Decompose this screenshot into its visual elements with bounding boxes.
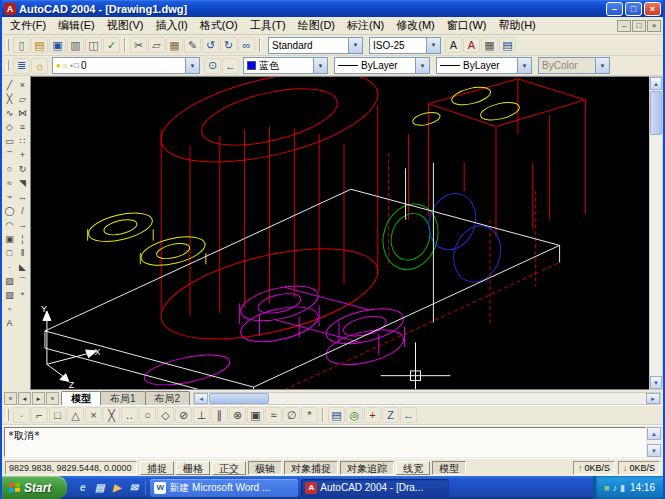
layer-previous-icon[interactable]: ← — [222, 58, 239, 74]
taskbar-task-1[interactable]: W新建 Microsoft Word ... — [150, 479, 298, 497]
scale-icon[interactable]: ◥ — [16, 176, 29, 190]
table-style-icon[interactable]: ▦ — [481, 37, 498, 53]
polygon-icon[interactable]: ◇ — [3, 120, 16, 134]
region-icon[interactable]: ▫ — [3, 302, 16, 316]
scroll-right-button[interactable]: ► — [646, 393, 660, 404]
color-combo[interactable]: 蓝色 ▼ — [243, 57, 328, 74]
zoom-icon[interactable]: Z — [382, 407, 399, 423]
scroll-up-button[interactable]: ▲ — [650, 77, 662, 90]
start-button[interactable]: Start — [2, 476, 67, 499]
open-icon[interactable]: ▤ — [31, 37, 48, 53]
circle-icon[interactable]: ○ — [3, 162, 16, 176]
scroll-left-button[interactable]: ◄ — [194, 393, 208, 404]
status-toggle-极轴[interactable]: 极轴 — [248, 461, 282, 475]
dim-style-combo[interactable]: ISO-25 ▼ — [369, 37, 441, 54]
ellipse-arc-icon[interactable]: ◠ — [3, 218, 16, 232]
snap-tangent-icon[interactable]: ⊘ — [175, 407, 192, 423]
chamfer-icon[interactable]: ◣ — [16, 260, 29, 274]
rotate-icon[interactable]: ↻ — [16, 162, 29, 176]
snap-extension-icon[interactable]: ‥ — [121, 407, 138, 423]
menu-item-7[interactable]: 绘图(D) — [292, 17, 341, 34]
tab-prev-button[interactable]: ◂ — [18, 392, 31, 405]
menu-item-5[interactable]: 格式(O) — [194, 17, 244, 34]
3d-orbit-icon[interactable]: ◎ — [346, 407, 363, 423]
make-object-layer-current-icon[interactable]: ⊙ — [204, 58, 221, 74]
array-icon[interactable]: ∷ — [16, 134, 29, 148]
cut-icon[interactable]: ✂ — [130, 37, 147, 53]
maximize-button[interactable]: □ — [625, 2, 642, 16]
internet-explorer-icon[interactable]: e — [75, 480, 90, 495]
spline-icon[interactable]: ~ — [3, 190, 16, 204]
layer-states-icon[interactable]: ☼ — [31, 58, 48, 74]
snap-nearest-icon[interactable]: ≈ — [265, 407, 282, 423]
snap-quadrant-icon[interactable]: ◇ — [157, 407, 174, 423]
snap-node-icon[interactable]: ⊗ — [229, 407, 246, 423]
point-icon[interactable]: · — [3, 260, 16, 274]
named-views-icon[interactable]: ▤ — [328, 407, 345, 423]
tab-模型[interactable]: 模型 — [61, 391, 101, 405]
properties-icon[interactable]: ▤ — [499, 37, 516, 53]
erase-icon[interactable]: × — [16, 78, 29, 92]
status-toggle-正交[interactable]: 正交 — [212, 461, 246, 475]
break-at-point-icon[interactable]: ¦ — [16, 232, 29, 246]
offset-icon[interactable]: ≡ — [16, 120, 29, 134]
snap-insert-icon[interactable]: ▣ — [247, 407, 264, 423]
snap-from-icon[interactable]: ⌐ — [31, 407, 48, 423]
linetype-combo[interactable]: ByLayer ▼ — [334, 57, 430, 74]
menu-item-3[interactable]: 视图(V) — [101, 17, 150, 34]
menu-item-6[interactable]: 工具(T) — [244, 17, 292, 34]
break-icon[interactable]: ‖ — [16, 246, 29, 260]
chevron-down-icon[interactable]: ▼ — [426, 38, 440, 53]
doc-restore-button[interactable]: □ — [632, 20, 646, 32]
doc-close-button[interactable]: × — [647, 20, 661, 32]
chevron-down-icon[interactable]: ▼ — [415, 58, 429, 73]
horizontal-scroll-thumb[interactable] — [209, 393, 269, 404]
snap-intersection-icon[interactable]: × — [85, 407, 102, 423]
menu-item-1[interactable]: 文件(F) — [4, 17, 52, 34]
paste-icon[interactable]: ▦ — [166, 37, 183, 53]
explode-icon[interactable]: * — [16, 288, 29, 302]
ellipse-icon[interactable]: ◯ — [3, 204, 16, 218]
undo-icon[interactable]: ↺ — [202, 37, 219, 53]
antivirus-tray-icon[interactable]: ■ — [604, 483, 609, 493]
zoom-previous-icon[interactable]: ← — [400, 407, 417, 423]
mirror-icon[interactable]: ⋈ — [16, 106, 29, 120]
tab-布局2[interactable]: 布局2 — [145, 391, 191, 405]
show-desktop-icon[interactable]: ▤ — [92, 480, 107, 495]
taskbar-task-2[interactable]: AAutoCAD 2004 - [Dra... — [301, 479, 449, 497]
layer-properties-icon[interactable]: ≣ — [13, 58, 30, 74]
copy-object-icon[interactable]: ▱ — [16, 92, 29, 106]
line-icon[interactable]: ╱ — [3, 78, 16, 92]
horizontal-scrollbar[interactable]: ◄ ► — [193, 392, 661, 405]
make-block-icon[interactable]: □ — [3, 246, 16, 260]
menu-item-10[interactable]: 窗口(W) — [441, 17, 493, 34]
temporary-track-point-icon[interactable]: ∙ — [13, 407, 30, 423]
spelling-icon[interactable]: ✓ — [103, 37, 120, 53]
snap-parallel-icon[interactable]: ∥ — [211, 407, 228, 423]
fillet-icon[interactable]: ⌒ — [16, 274, 29, 288]
hatch-icon[interactable]: ▨ — [3, 274, 16, 288]
volume-tray-icon[interactable]: ♪ — [613, 483, 618, 493]
arc-icon[interactable]: ⌒ — [3, 148, 16, 162]
match-properties-icon[interactable]: ✎ — [184, 37, 201, 53]
hyperlink-icon[interactable]: ∞ — [238, 37, 255, 53]
layer-thaw-icon[interactable]: ☼ — [62, 61, 69, 70]
tab-first-button[interactable]: « — [4, 392, 17, 405]
tab-next-button[interactable]: ▸ — [32, 392, 45, 405]
network-tray-icon[interactable]: ▮ — [620, 483, 625, 493]
menu-item-11[interactable]: 帮助(H) — [493, 17, 542, 34]
media-player-icon[interactable]: ▶ — [109, 480, 124, 495]
print-icon[interactable]: ▥ — [67, 37, 84, 53]
gradient-icon[interactable]: ▧ — [3, 288, 16, 302]
mail-icon[interactable]: ✉ — [126, 480, 141, 495]
snap-endpoint-icon[interactable]: □ — [49, 407, 66, 423]
lineweight-combo[interactable]: ByLayer ▼ — [436, 57, 532, 74]
menu-item-2[interactable]: 编辑(E) — [52, 17, 101, 34]
scroll-up-button[interactable]: ▲ — [647, 427, 661, 440]
trim-icon[interactable]: / — [16, 204, 29, 218]
snap-midpoint-icon[interactable]: △ — [67, 407, 84, 423]
toolbar-grip[interactable] — [6, 409, 9, 420]
command-history[interactable]: *取消* — [4, 427, 646, 457]
print-preview-icon[interactable]: ◫ — [85, 37, 102, 53]
status-toggle-对象捕捉[interactable]: 对象捕捉 — [284, 461, 338, 475]
